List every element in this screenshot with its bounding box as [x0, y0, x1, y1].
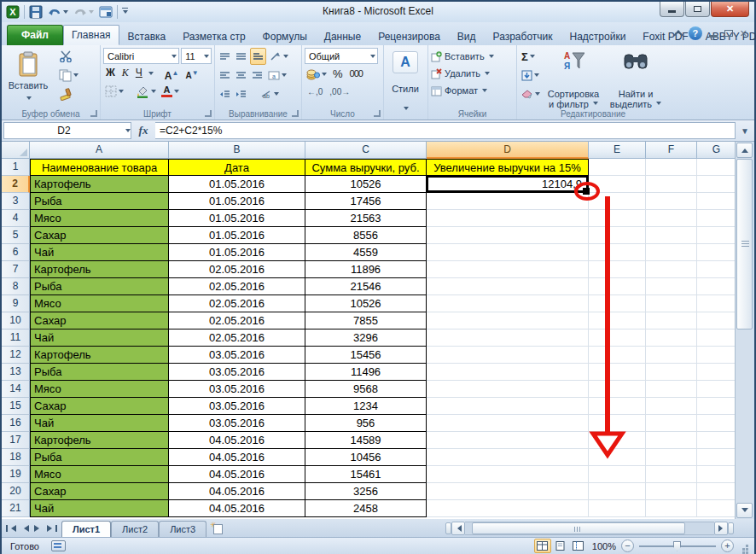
- tab-9[interactable]: Надстройки: [561, 26, 635, 45]
- prev-sheet-button[interactable]: [18, 522, 31, 535]
- cell[interactable]: [646, 193, 697, 210]
- resize-grip[interactable]: [739, 541, 749, 551]
- merge-center-button[interactable]: a: [266, 67, 288, 84]
- orientation-button[interactable]: [268, 48, 290, 65]
- cell[interactable]: [427, 449, 589, 466]
- date-cell[interactable]: 01.05.2016: [169, 176, 305, 193]
- revenue-cell[interactable]: 9568: [305, 381, 427, 398]
- align-left-button[interactable]: [218, 67, 232, 84]
- number-format-select[interactable]: Общий: [305, 48, 378, 64]
- cell[interactable]: [646, 415, 697, 432]
- row-header-10[interactable]: 10: [2, 312, 30, 329]
- minimize-button[interactable]: [660, 2, 684, 17]
- cell[interactable]: [589, 415, 646, 432]
- row-header-7[interactable]: 7: [2, 261, 30, 278]
- cell[interactable]: [697, 466, 736, 483]
- cell[interactable]: [589, 159, 646, 176]
- cell[interactable]: [646, 466, 697, 483]
- cell[interactable]: [427, 347, 589, 364]
- cell[interactable]: [697, 500, 736, 517]
- date-cell[interactable]: 02.05.2016: [169, 261, 305, 278]
- tab-2[interactable]: Вставка: [119, 26, 175, 45]
- expand-formula-bar-icon[interactable]: ▼: [736, 126, 754, 136]
- row-header-12[interactable]: 12: [2, 347, 30, 364]
- revenue-cell[interactable]: 3256: [305, 483, 427, 500]
- cell[interactable]: [589, 381, 646, 398]
- restore-button[interactable]: [685, 2, 710, 17]
- formula-input[interactable]: =C2+C2*15%: [155, 122, 736, 139]
- date-cell[interactable]: 03.05.2016: [169, 398, 305, 415]
- date-cell[interactable]: 04.05.2016: [169, 466, 305, 483]
- alignment-dialog-launcher[interactable]: [292, 110, 299, 117]
- cell[interactable]: [589, 193, 646, 210]
- fill-button[interactable]: [520, 67, 542, 84]
- font-size-select[interactable]: 11: [181, 48, 212, 64]
- tab-5[interactable]: Данные: [316, 26, 369, 45]
- cell[interactable]: [646, 261, 697, 278]
- cell[interactable]: [697, 227, 736, 244]
- column-header-B[interactable]: B: [169, 142, 305, 159]
- align-bottom-button[interactable]: [250, 48, 266, 65]
- revenue-cell[interactable]: 1234: [305, 398, 427, 415]
- product-cell[interactable]: Рыба: [30, 449, 169, 466]
- product-cell[interactable]: Картофель: [30, 176, 169, 193]
- cell[interactable]: [697, 381, 736, 398]
- revenue-cell[interactable]: 3296: [305, 329, 427, 347]
- product-cell[interactable]: Мясо: [30, 295, 169, 312]
- column-header-G[interactable]: G: [697, 142, 736, 159]
- delete-cells-button[interactable]: Удалить: [431, 65, 514, 82]
- decrease-indent-button[interactable]: [218, 85, 232, 102]
- cell[interactable]: [427, 415, 589, 432]
- row-header-6[interactable]: 6: [2, 244, 30, 261]
- autosum-button[interactable]: Σ: [520, 48, 542, 65]
- collapse-ribbon-icon[interactable]: [673, 30, 683, 39]
- cell[interactable]: [697, 449, 736, 466]
- number-dialog-launcher[interactable]: [374, 110, 381, 117]
- revenue-cell[interactable]: 21546: [305, 278, 427, 295]
- row-header-11[interactable]: 11: [2, 329, 30, 347]
- date-cell[interactable]: 01.05.2016: [169, 210, 305, 227]
- date-cell[interactable]: 03.05.2016: [169, 347, 305, 364]
- cell[interactable]: [646, 159, 697, 176]
- cell[interactable]: [427, 432, 589, 449]
- cell[interactable]: [646, 227, 697, 244]
- revenue-cell[interactable]: 2458: [305, 500, 427, 517]
- cell[interactable]: [427, 398, 589, 415]
- revenue-cell[interactable]: 956: [305, 415, 427, 432]
- select-all-corner[interactable]: [2, 142, 30, 159]
- insert-sheet-button[interactable]: ✳: [210, 522, 229, 536]
- row-header-13[interactable]: 13: [2, 364, 30, 381]
- cell[interactable]: [646, 500, 697, 517]
- vertical-scroll-thumb[interactable]: [736, 159, 753, 329]
- cell[interactable]: [427, 193, 589, 210]
- cell[interactable]: [646, 329, 697, 347]
- tab-1[interactable]: Главная: [63, 25, 119, 45]
- cell[interactable]: [697, 295, 736, 312]
- cell[interactable]: [589, 449, 646, 466]
- format-painter-button[interactable]: [57, 85, 80, 102]
- align-right-button[interactable]: [250, 67, 265, 84]
- tab-split-handle[interactable]: [445, 522, 451, 534]
- date-cell[interactable]: 01.05.2016: [169, 193, 305, 210]
- row-header-3[interactable]: 3: [2, 193, 30, 210]
- product-cell[interactable]: Мясо: [30, 466, 169, 483]
- date-cell[interactable]: 01.05.2016: [169, 244, 305, 261]
- cell[interactable]: [697, 329, 736, 347]
- cell[interactable]: [427, 227, 589, 244]
- vertical-scrollbar[interactable]: [735, 142, 753, 519]
- product-cell[interactable]: Картофель: [30, 432, 169, 449]
- cell[interactable]: [646, 483, 697, 500]
- close-button[interactable]: ✕: [711, 2, 749, 17]
- cell[interactable]: [646, 364, 697, 381]
- row-header-18[interactable]: 18: [2, 449, 30, 466]
- column-header-D[interactable]: D: [427, 142, 589, 159]
- date-cell[interactable]: 01.05.2016: [169, 227, 305, 244]
- date-cell[interactable]: 02.05.2016: [169, 278, 305, 295]
- cell[interactable]: [646, 347, 697, 364]
- scroll-right-icon[interactable]: [714, 522, 728, 535]
- product-cell[interactable]: Мясо: [30, 381, 169, 398]
- cell[interactable]: [646, 449, 697, 466]
- cell[interactable]: [646, 244, 697, 261]
- revenue-cell[interactable]: 15461: [305, 466, 427, 483]
- cell[interactable]: [427, 500, 589, 517]
